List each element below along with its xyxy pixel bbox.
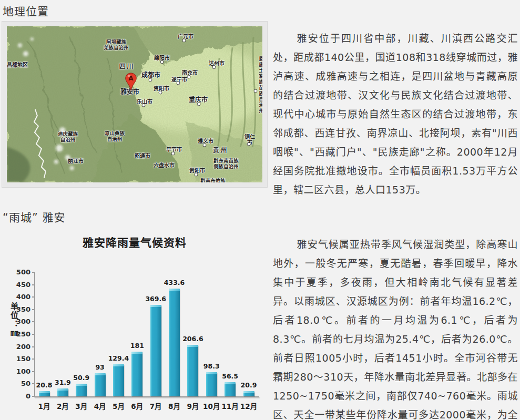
city-dot-icon <box>247 142 251 146</box>
map-image: 昌都地区广元市绵阳市达州市成都市南充市遂宁市资阳市雅安市乐山市重庆市昭通市丽江市… <box>7 26 262 182</box>
city-dot-icon <box>212 66 216 69</box>
y-tick-label: 50 <box>9 380 30 387</box>
y-tick-mark <box>32 358 35 360</box>
city-dot-icon <box>187 75 191 79</box>
location-pin-icon: A <box>125 73 137 91</box>
rainfall-bar <box>131 352 142 396</box>
bar-value-label: 206.6 <box>177 335 209 343</box>
y-tick-mark <box>32 396 35 397</box>
geo-paragraph: 雅安位于四川省中部，川藏、川滇西公路交汇处，距成都140公里，国道108和318… <box>273 29 518 199</box>
x-category-label: 12月 <box>236 401 262 411</box>
rain-section-heading: “雨城” 雅安 <box>3 209 65 224</box>
city-dot-icon <box>254 89 258 93</box>
city-dot-icon <box>203 144 207 147</box>
y-tick-mark <box>32 346 35 347</box>
page: 地理位置 <box>0 0 520 420</box>
y-tick-mark <box>32 321 35 322</box>
city-dot-icon <box>182 39 186 43</box>
y-tick-label: 400 <box>9 293 30 301</box>
rainfall-bar <box>243 391 254 396</box>
bar-value-label: 181 <box>121 342 153 350</box>
y-tick-label: 0 <box>9 392 30 400</box>
map-frame: 昌都地区广元市绵阳市达州市成都市南充市遂宁市资阳市雅安市乐山市重庆市昭通市丽江市… <box>2 21 268 188</box>
rainfall-bar <box>95 373 106 396</box>
x-axis-shadow <box>35 397 260 399</box>
bar-value-label: 56.5 <box>215 372 246 380</box>
y-tick-label: 200 <box>9 343 30 351</box>
city-dot-icon <box>177 81 180 85</box>
y-tick-mark <box>32 296 35 298</box>
rainfall-bar <box>76 384 87 396</box>
climate-paragraph: 雅安气候属亚热带季风气候湿润类型，除高寒山地外，一般冬无严寒，夏无酷暑，春季回暖… <box>273 235 518 420</box>
bar-value-label: 98.3 <box>196 362 227 370</box>
bar-value-label: 93 <box>84 363 116 371</box>
rainfall-bar <box>113 364 124 396</box>
svg-text:A: A <box>128 75 134 82</box>
y-tick-mark <box>32 371 35 372</box>
city-dot-icon <box>197 103 201 106</box>
y-tick-label: 100 <box>9 367 30 375</box>
y-tick-label: 500 <box>9 268 30 276</box>
bar-value-label: 129.4 <box>103 354 134 362</box>
city-dot-icon <box>160 60 164 64</box>
rainfall-bar <box>39 391 50 396</box>
y-tick-mark <box>32 309 35 310</box>
city-dot-icon <box>142 104 146 107</box>
y-tick-mark <box>32 284 35 285</box>
city-dot-icon <box>149 78 152 82</box>
bar-value-label: 50.9 <box>66 374 97 382</box>
geo-section-heading: 地理位置 <box>3 3 49 18</box>
city-dot-icon <box>171 152 175 156</box>
terrain-graphic <box>7 26 262 182</box>
bar-value-label: 369.6 <box>140 295 171 303</box>
city-dot-icon <box>195 173 198 177</box>
y-tick-mark <box>32 272 35 273</box>
rainfall-bar <box>57 388 68 396</box>
bar-value-label: 20.9 <box>233 381 264 389</box>
y-tick-label: 250 <box>9 330 30 338</box>
y-tick-mark <box>32 334 35 335</box>
y-tick-label: 450 <box>9 281 30 289</box>
bar-value-label: 433.6 <box>159 279 190 286</box>
y-tick-label: 150 <box>9 355 30 363</box>
y-tick-label: 300 <box>9 317 30 325</box>
y-tick-label: 350 <box>9 305 30 313</box>
city-dot-icon <box>159 91 162 95</box>
rainfall-bar <box>150 305 161 396</box>
chart-title: 雅安降雨量气候资料 <box>0 234 269 250</box>
rainfall-bar <box>187 345 198 396</box>
